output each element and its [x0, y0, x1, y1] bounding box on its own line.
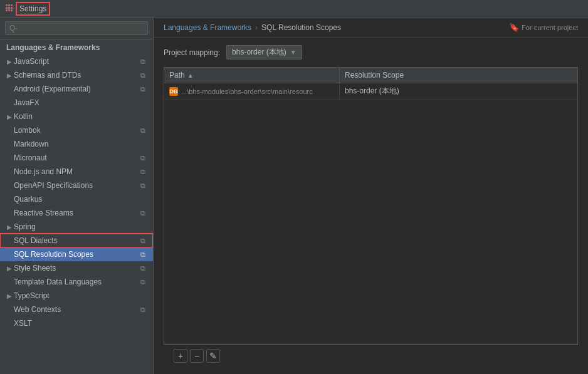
svg-rect-0	[6, 4, 8, 6]
sidebar-content: Languages & Frameworks ▶ JavaScript ⧉ ▶ …	[0, 39, 153, 374]
external-link-icon: ⧉	[138, 153, 148, 163]
sidebar-item-style-sheets[interactable]: ▶ Style Sheets ⧉	[0, 261, 153, 275]
breadcrumb-project-note: 🔖 For current project	[509, 23, 578, 32]
column-scope-label: Resolution Scope	[345, 71, 404, 80]
search-input[interactable]	[5, 21, 148, 35]
path-text: ...\bhs-modules\bhs-order\src\main\resou…	[181, 88, 313, 95]
arrow-icon: ▶	[5, 265, 14, 272]
column-resolution-scope: Resolution Scope	[340, 68, 577, 83]
sidebar-item-label: Reactive Streams	[14, 209, 135, 217]
mapping-dropdown-value: bhs-order (本地)	[232, 47, 286, 58]
sidebar-item-label: Kotlin	[14, 112, 148, 121]
sidebar-item-label: XSLT	[14, 319, 148, 328]
svg-rect-6	[6, 9, 8, 11]
sidebar-item-label: Template Data Languages	[14, 278, 135, 286]
sidebar-item-schemas-dtds[interactable]: ▶ Schemas and DTDs ⧉	[0, 68, 153, 82]
title-bar-title: Settings	[18, 4, 48, 14]
add-button[interactable]: +	[174, 349, 187, 363]
svg-rect-3	[6, 7, 8, 9]
sidebar-item-label: Node.js and NPM	[14, 167, 135, 176]
column-path-label: Path	[169, 71, 185, 80]
dropdown-arrow-icon: ▼	[290, 49, 297, 56]
content-area: Languages & Frameworks › SQL Resolution …	[154, 18, 588, 374]
table-container: Path ▲ Resolution Scope DB ...\bhs-modul…	[164, 67, 578, 345]
sidebar-item-sql-resolution-scopes[interactable]: SQL Resolution Scopes ⧉	[0, 247, 153, 261]
title-bar: Settings	[0, 0, 588, 18]
project-mapping-row: Project mapping: bhs-order (本地) ▼	[164, 45, 578, 60]
external-link-icon: ⧉	[138, 249, 148, 259]
sidebar-item-xslt[interactable]: XSLT	[0, 316, 153, 330]
sidebar-item-label: Schemas and DTDs	[14, 71, 135, 80]
external-link-icon: ⧉	[138, 70, 148, 80]
table-row[interactable]: DB ...\bhs-modules\bhs-order\src\main\re…	[164, 83, 577, 100]
sidebar-item-micronaut[interactable]: Micronaut ⧉	[0, 151, 153, 165]
arrow-icon: ▶	[5, 113, 14, 120]
remove-button[interactable]: −	[190, 349, 204, 363]
sidebar: Languages & Frameworks ▶ JavaScript ⧉ ▶ …	[0, 18, 154, 374]
external-link-icon: ⧉	[138, 277, 148, 287]
content-body: Project mapping: bhs-order (本地) ▼ Path ▲…	[154, 38, 588, 374]
external-link-icon: ⧉	[138, 56, 148, 66]
sidebar-item-label: Android (Experimental)	[14, 85, 135, 93]
sidebar-item-reactive-streams[interactable]: Reactive Streams ⧉	[0, 206, 153, 220]
table-body: DB ...\bhs-modules\bhs-order\src\main\re…	[164, 83, 577, 344]
arrow-icon: ▶	[5, 293, 14, 299]
edit-button[interactable]: ✎	[206, 349, 220, 363]
external-link-icon: ⧉	[138, 84, 148, 94]
sidebar-item-markdown[interactable]: Markdown	[0, 137, 153, 151]
sidebar-item-label: OpenAPI Specifications	[14, 181, 135, 190]
sidebar-item-label: Web Contexts	[14, 305, 135, 314]
sidebar-item-label: Spring	[14, 222, 148, 231]
sidebar-item-javascript[interactable]: ▶ JavaScript ⧉	[0, 55, 153, 68]
breadcrumb-separator: ›	[255, 23, 258, 32]
sidebar-item-nodejs[interactable]: Node.js and NPM ⧉	[0, 165, 153, 179]
external-link-icon: ⧉	[138, 125, 148, 135]
sidebar-item-label: Style Sheets	[14, 264, 135, 273]
external-link-icon: ⧉	[138, 263, 148, 273]
sidebar-item-template-data-languages[interactable]: Template Data Languages ⧉	[0, 275, 153, 289]
sidebar-item-label: JavaFX	[14, 98, 148, 107]
sidebar-item-label: Quarkus	[14, 195, 148, 204]
sort-arrow-icon: ▲	[187, 72, 194, 79]
breadcrumb-parent[interactable]: Languages & Frameworks	[164, 23, 251, 32]
mapping-label: Project mapping:	[164, 48, 220, 57]
breadcrumb-current: SQL Resolution Scopes	[261, 23, 341, 32]
breadcrumb: Languages & Frameworks › SQL Resolution …	[154, 18, 588, 38]
sidebar-item-javafx[interactable]: JavaFX	[0, 96, 153, 110]
table-header: Path ▲ Resolution Scope	[164, 68, 577, 83]
sidebar-item-label: Micronaut	[14, 153, 135, 162]
sidebar-item-label: Markdown	[14, 140, 148, 148]
sidebar-item-kotlin[interactable]: ▶ Kotlin	[0, 110, 153, 123]
sidebar-item-quarkus[interactable]: Quarkus	[0, 192, 153, 206]
sidebar-item-spring[interactable]: ▶ Spring	[0, 220, 153, 234]
external-link-icon: ⧉	[138, 180, 148, 190]
sidebar-item-typescript[interactable]: ▶ TypeScript	[0, 289, 153, 303]
svg-rect-8	[11, 9, 13, 11]
external-link-icon: ⧉	[138, 208, 148, 218]
svg-rect-1	[8, 4, 10, 6]
bottom-toolbar: + − ✎	[164, 345, 578, 366]
sidebar-section-header: Languages & Frameworks	[0, 39, 153, 55]
sidebar-item-android[interactable]: Android (Experimental) ⧉	[0, 82, 153, 96]
sidebar-item-label: Lombok	[14, 126, 135, 135]
svg-rect-5	[11, 7, 13, 9]
arrow-icon: ▶	[5, 224, 14, 231]
db-icon: DB	[169, 87, 178, 96]
cell-path: DB ...\bhs-modules\bhs-order\src\main\re…	[164, 83, 340, 99]
external-link-icon: ⧉	[138, 304, 148, 314]
arrow-icon: ▶	[5, 58, 14, 65]
sidebar-item-label: SQL Resolution Scopes	[14, 250, 135, 259]
project-mapping-dropdown[interactable]: bhs-order (本地) ▼	[226, 45, 302, 60]
sidebar-item-openapi[interactable]: OpenAPI Specifications ⧉	[0, 179, 153, 192]
sidebar-item-sql-dialects[interactable]: SQL Dialects ⧉	[0, 234, 153, 247]
svg-rect-2	[11, 4, 13, 6]
svg-rect-4	[8, 7, 10, 9]
cell-scope: bhs-order (本地)	[340, 83, 577, 99]
main-layout: Languages & Frameworks ▶ JavaScript ⧉ ▶ …	[0, 18, 588, 374]
settings-icon	[5, 4, 15, 14]
sidebar-item-label: JavaScript	[14, 57, 135, 66]
sidebar-item-web-contexts[interactable]: Web Contexts ⧉	[0, 303, 153, 316]
sidebar-item-lombok[interactable]: Lombok ⧉	[0, 123, 153, 137]
arrow-icon: ▶	[5, 72, 14, 79]
external-link-icon: ⧉	[138, 167, 148, 177]
